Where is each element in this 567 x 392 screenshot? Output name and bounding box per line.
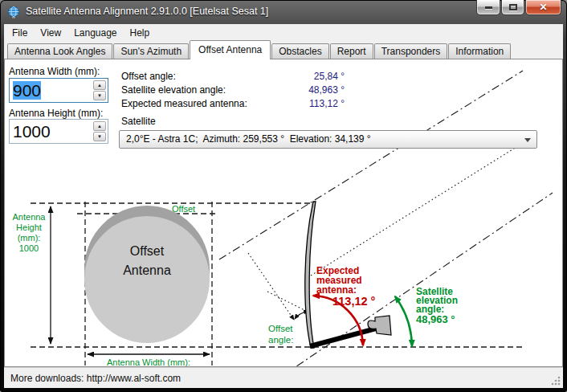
lnb-arm: [310, 329, 376, 346]
antenna-height-spin-down[interactable]: ▼: [93, 132, 106, 141]
minimize-button[interactable]: [476, 0, 500, 15]
offset-angle-result-label: Offset angle:: [121, 71, 176, 82]
tab-suns-azimuth[interactable]: Sun's Azimuth: [113, 43, 189, 59]
offset-angle-label-line2: angle:: [268, 335, 293, 345]
antenna-width-value: 900: [13, 81, 41, 100]
antenna-height-spin-up[interactable]: ▲: [93, 121, 106, 131]
expected-result-value: 113,12 °: [246, 98, 345, 109]
minimize-icon: [485, 6, 492, 9]
expected-angle-value: 113,12 °: [332, 295, 376, 308]
offset-angle-result-value: 25,84 °: [246, 71, 345, 82]
elevation-angle-value: 48,963 °: [416, 313, 455, 325]
expected-label-line3: antenna:: [316, 284, 357, 296]
globe-icon: [7, 6, 20, 18]
height-label-line2: Height: [16, 223, 42, 232]
close-icon: ✕: [539, 2, 547, 12]
tab-antenna-look-angles[interactable]: Antenna Look Angles: [7, 43, 112, 59]
offset-antenna-page: Offset Antenna Antenna Height (mm): 1000…: [4, 59, 563, 367]
tab-offset-antenna[interactable]: Offset Antenna: [190, 40, 271, 59]
height-label-line1: Antenna: [13, 212, 47, 222]
antenna-width-spin-up[interactable]: ▲: [93, 80, 106, 90]
elevation-result-label: Satellite elevation angle:: [121, 84, 226, 96]
menu-help[interactable]: Help: [124, 26, 157, 40]
menu-file[interactable]: File: [6, 26, 34, 40]
antenna-width-label: Antenna Width (mm):: [9, 66, 100, 77]
status-bar: More downloads: http://www.al-soft.com: [4, 367, 563, 388]
elevation-angle-arc: [395, 296, 412, 346]
height-label-line3: (mm):: [18, 233, 41, 243]
window-title: Satellite Antenna Alignment 2.91.0.0 [Eu…: [26, 6, 268, 17]
menu-language[interactable]: Language: [67, 26, 123, 40]
satellite-dropdown[interactable]: 2,0°E - Astra 1C; Azimuth: 259,553 ° Ele…: [119, 130, 537, 149]
chevron-down-icon: [524, 138, 531, 142]
width-label: Antenna Width (mm):: [107, 357, 190, 366]
dish-label-line1: Offset: [130, 244, 165, 258]
menu-bar: File View Language Help: [4, 24, 563, 42]
antenna-width-input[interactable]: 900 ▲ ▼: [9, 78, 108, 103]
antenna-height-input[interactable]: 1000 ▲ ▼: [9, 119, 108, 144]
status-text: More downloads: http://www.al-soft.com: [10, 373, 181, 384]
height-label-line4: 1000: [19, 243, 39, 253]
antenna-height-label: Antenna Height (mm):: [9, 108, 103, 119]
focal-dotted-lines: [248, 147, 516, 320]
tab-obstacles[interactable]: Obstacles: [271, 43, 328, 59]
satellite-label: Satellite: [121, 116, 156, 127]
antenna-height-value: 1000: [13, 122, 51, 141]
title-bar[interactable]: Satellite Antenna Alignment 2.91.0.0 [Eu…: [0, 0, 567, 24]
dish-front-ellipse: [84, 216, 210, 343]
tab-strip: Antenna Look Angles Sun's Azimuth Offset…: [4, 42, 563, 59]
satellite-selected-value: 2,0°E - Astra 1C; Azimuth: 259,553 ° Ele…: [126, 133, 371, 145]
dish-label-line2: Antenna: [123, 263, 171, 277]
tab-transponders[interactable]: Transponders: [374, 43, 448, 59]
resize-grip[interactable]: [550, 375, 561, 386]
maximize-icon: [509, 4, 517, 10]
tab-report[interactable]: Report: [330, 43, 373, 59]
close-button[interactable]: ✕: [525, 0, 561, 15]
offset-angle-label-line1: Offset: [268, 324, 293, 333]
expected-result-label: Expected measured antenna:: [121, 98, 247, 109]
menu-view[interactable]: View: [34, 26, 67, 40]
maximize-button[interactable]: [501, 0, 524, 15]
elevation-result-value: 48,963 °: [246, 84, 345, 96]
offset-dish-profile: [305, 202, 316, 348]
app-window: Satellite Antenna Alignment 2.91.0.0 [Eu…: [0, 0, 567, 392]
offset-top-label: Offset: [172, 204, 195, 214]
tab-information[interactable]: Information: [448, 43, 511, 59]
antenna-width-spin-down[interactable]: ▼: [93, 91, 106, 100]
